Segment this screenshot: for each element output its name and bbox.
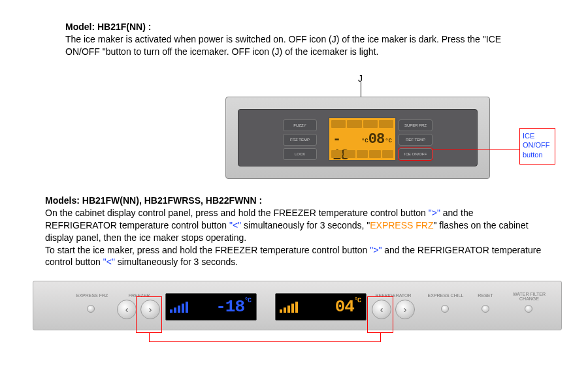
- s2-t1a: On the cabinet display control panel, pr…: [45, 208, 429, 218]
- s2-t2a: To start the ice maker, press and hold t…: [45, 245, 370, 255]
- waterfilter-indicator: [525, 305, 532, 313]
- lock-button[interactable]: LOCK: [283, 148, 317, 160]
- ice-callout-l2: ON/OFF: [523, 141, 550, 149]
- freezer-down-button[interactable]: ‹: [117, 300, 137, 319]
- super-frz-button[interactable]: SUPER FRZ: [399, 119, 433, 131]
- ice-callout-box: ICE ON/OFF button: [519, 128, 555, 165]
- section1-text: The ice maker is activated when power is…: [65, 34, 501, 57]
- connector-bottom-line: [149, 341, 381, 342]
- connector-v-right: [380, 333, 381, 341]
- lcd-bottom-icons: [331, 150, 393, 158]
- lcd-refrigerator: 04°C: [275, 293, 367, 321]
- ice-callout-l3: button: [523, 151, 543, 159]
- lcd-temp-frz: - 18: [333, 131, 361, 164]
- lcd-temp-ref: 08: [368, 131, 384, 148]
- ice-callout-l1: ICE: [523, 132, 534, 140]
- appliance-panel-bottom: EXPRESS FRZ FREEZER ‹ › -18°C 04°C REFRI…: [33, 281, 562, 330]
- s2-t1c: simultaneously for 3 seconds, ": [241, 220, 370, 230]
- freezer-bars-icon: [170, 302, 188, 313]
- fuzzy-button[interactable]: FUZZY: [283, 119, 317, 131]
- label-waterfilter: WATER FILTER CHANGE: [506, 292, 552, 301]
- lcd-ref-deg: °C: [354, 297, 361, 304]
- s2-gt1: ">": [429, 208, 440, 218]
- ice-onoff-button[interactable]: ICE ON/OFF: [399, 148, 433, 160]
- section2-paragraph: Models: HB21FW(NN), HB21FWRSS, HB22FWNN …: [45, 195, 542, 268]
- model2-label: Models: HB21FW(NN), HB21FWRSS, HB22FWNN …: [45, 195, 262, 206]
- lcd-top-icons: [331, 120, 393, 128]
- ice-callout-connector: [432, 149, 519, 150]
- callout-box-freezer-gt: [136, 296, 162, 333]
- appliance-panel-top-inner: FUZZY FRZ TEMP LOCK SUPER FRZ REF TEMP I…: [238, 109, 478, 166]
- lcd-freezer-deg: °C: [244, 297, 251, 304]
- connector-v-left: [149, 333, 150, 341]
- s2-lt1: "<": [229, 220, 241, 230]
- s2-lt2: "<": [103, 257, 115, 267]
- label-reset: RESET: [472, 293, 498, 298]
- section1-paragraph: Model: HB21F(NN) : The ice maker is acti…: [65, 21, 523, 58]
- lcd-display-top: - 18 °C 08 °C: [328, 117, 397, 161]
- expresschill-indicator: [441, 305, 449, 313]
- lcd-unit-ref: °C: [385, 138, 392, 144]
- ref-temp-button[interactable]: REF TEMP: [399, 134, 433, 146]
- lcd-freezer-val: -18: [216, 297, 244, 317]
- label-expressfrz: EXPRESS FRZ: [73, 293, 112, 298]
- expressfrz-indicator: [87, 305, 95, 313]
- appliance-panel-top: FUZZY FRZ TEMP LOCK SUPER FRZ REF TEMP I…: [225, 97, 490, 179]
- reset-button[interactable]: [482, 305, 489, 313]
- frz-temp-button[interactable]: FRZ TEMP: [283, 134, 317, 146]
- refrigerator-up-button[interactable]: ›: [395, 300, 415, 319]
- s2-exp: EXPRESS FRZ: [370, 220, 433, 230]
- label-expresschill: EXPRESS CHILL: [423, 293, 468, 298]
- callout-box-refrigerator-lt: [367, 296, 393, 333]
- s2-gt2: ">": [370, 245, 382, 255]
- lcd-ref-val: 04: [335, 297, 354, 317]
- lcd-freezer: -18°C: [165, 293, 257, 321]
- s2-t2c: simultaneously for 3 seconds.: [115, 257, 238, 267]
- lcd-unit-frz: °C: [361, 138, 368, 144]
- model1-label: Model: HB21F(NN) :: [65, 22, 151, 32]
- refrigerator-bars-icon: [280, 302, 298, 313]
